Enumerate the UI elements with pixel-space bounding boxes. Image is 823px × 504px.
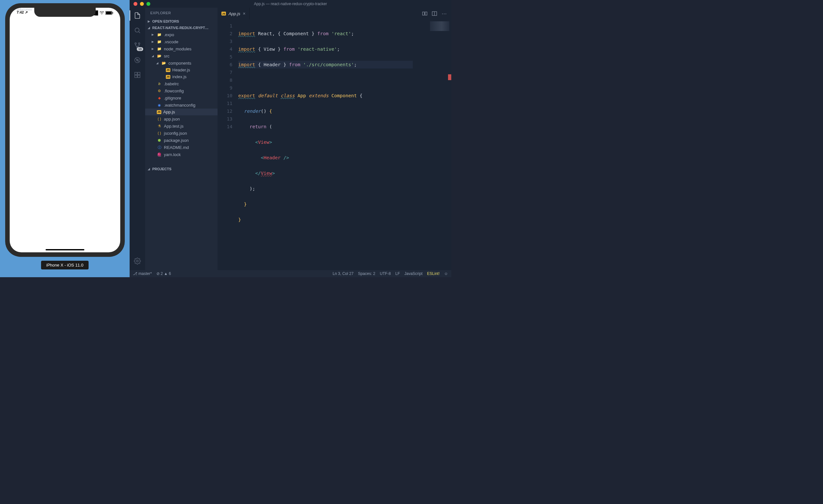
- wifi-icon: [100, 11, 104, 15]
- file-yarn-lock[interactable]: 🧶yarn.lock: [145, 151, 217, 158]
- folder-components[interactable]: ◢📂components: [145, 59, 217, 66]
- folder-node-modules[interactable]: ▶📁node_modules: [145, 45, 217, 52]
- folder-open-icon: 📂: [161, 60, 166, 65]
- split-editor-icon[interactable]: [432, 11, 437, 16]
- ios-simulator-panel: yptocurren 7:42 ↗ ▂▄▆█ iPhone X - iOS 11…: [0, 0, 130, 277]
- projects-section[interactable]: ◢ PROJECTS: [145, 166, 217, 172]
- caret-right-icon: ▶: [148, 20, 151, 23]
- compare-changes-icon[interactable]: [422, 11, 427, 16]
- line-numbers: 1 2 3 4 5 6 7 8 9 10 11 12 13 14: [217, 19, 237, 270]
- test-icon: ⚗: [157, 123, 162, 129]
- iphone-notch: [34, 8, 96, 17]
- file-readme-md[interactable]: ⓘREADME.md: [145, 144, 217, 151]
- tabs-bar: JS App.js × ⋯: [217, 8, 451, 19]
- open-editors-section[interactable]: ▶ OPEN EDITORS: [145, 18, 217, 25]
- settings-gear-icon[interactable]: [133, 257, 142, 266]
- file-app-json[interactable]: { }app.json: [145, 115, 217, 122]
- editor-area: JS App.js × ⋯ 1 2 3 4 5 6 7: [217, 8, 451, 270]
- yarn-icon: 🧶: [157, 152, 162, 157]
- simulator-device-label: iPhone X - iOS 11.0: [41, 261, 89, 269]
- file-app-js[interactable]: JSApp.js: [145, 108, 217, 115]
- activity-bar: 13: [130, 8, 145, 270]
- file-index-js[interactable]: JSindex.js: [145, 73, 217, 80]
- problems-indicator[interactable]: ⊘ 2 ▲ 6: [156, 271, 171, 276]
- extensions-icon[interactable]: [133, 70, 142, 79]
- eslint-status[interactable]: ESLint!: [427, 271, 440, 276]
- json-icon: { }: [157, 116, 162, 121]
- caret-right-icon: ▶: [152, 33, 155, 36]
- folder-src[interactable]: ◢📂src: [145, 52, 217, 59]
- encoding[interactable]: UTF-8: [380, 271, 391, 276]
- file-watchmanconfig[interactable]: ◉.watchmanconfig: [145, 101, 217, 108]
- js-file-icon: JS: [221, 12, 226, 15]
- svg-rect-14: [423, 12, 425, 15]
- project-section[interactable]: ◢ REACT-NATIVE-REDUX-CRYPT…: [145, 25, 217, 31]
- close-tab-icon[interactable]: ×: [243, 11, 245, 16]
- js-file-icon: JS: [166, 68, 170, 72]
- folder-vscode[interactable]: ▶📁.vscode: [145, 38, 217, 45]
- svg-point-5: [138, 43, 140, 44]
- feedback-icon[interactable]: ☺: [444, 271, 448, 276]
- source-control-icon[interactable]: 13: [133, 41, 142, 50]
- titlebar[interactable]: App.js — react-native-redux-crypto-track…: [130, 0, 451, 8]
- caret-right-icon: ▶: [152, 47, 155, 50]
- tab-app-js[interactable]: JS App.js ×: [217, 8, 250, 19]
- svg-rect-1: [106, 11, 112, 14]
- flow-icon: ⚙: [157, 88, 162, 93]
- svg-point-3: [135, 28, 139, 32]
- svg-point-13: [136, 260, 138, 262]
- babel-icon: b: [157, 81, 162, 86]
- file-package-json[interactable]: ⬢package.json: [145, 137, 217, 144]
- more-actions-icon[interactable]: ⋯: [442, 11, 447, 17]
- js-file-icon: JS: [166, 75, 170, 79]
- error-marker[interactable]: [448, 74, 451, 80]
- folder-icon: 📁: [157, 46, 162, 51]
- svg-rect-9: [135, 72, 137, 75]
- iphone-screen[interactable]: yptocurren 7:42 ↗ ▂▄▆█: [10, 8, 120, 252]
- git-branch[interactable]: ⎇ master*: [133, 271, 152, 276]
- close-window-button[interactable]: [134, 2, 137, 6]
- file-gitignore[interactable]: ◆.gitignore: [145, 94, 217, 101]
- file-header-js[interactable]: JSHeader.js: [145, 66, 217, 73]
- window-title: App.js — react-native-redux-crypto-track…: [254, 2, 327, 6]
- caret-down-icon: ◢: [148, 26, 151, 29]
- info-icon: ⓘ: [157, 145, 162, 150]
- folder-icon: 📁: [157, 32, 162, 37]
- statusbar: ⎇ master* ⊘ 2 ▲ 6 Ln 3, Col 27 Spaces: 2…: [130, 270, 451, 277]
- language-mode[interactable]: JavaScript: [404, 271, 423, 276]
- status-time: 7:42 ↗: [17, 10, 28, 15]
- caret-down-icon: ◢: [152, 54, 155, 57]
- svg-rect-10: [138, 72, 140, 75]
- editor-body[interactable]: 1 2 3 4 5 6 7 8 9 10 11 12 13 14 import …: [217, 19, 451, 270]
- npm-icon: ⬢: [157, 138, 162, 143]
- svg-rect-2: [113, 12, 113, 14]
- js-file-icon: JS: [157, 110, 161, 114]
- caret-right-icon: ▶: [152, 40, 155, 43]
- file-flowconfig[interactable]: ⚙.flowconfig: [145, 87, 217, 94]
- svg-rect-15: [425, 12, 427, 15]
- search-icon[interactable]: [133, 26, 142, 35]
- caret-down-icon: ◢: [156, 61, 159, 65]
- file-jsconfig-json[interactable]: { }jsconfig.json: [145, 130, 217, 137]
- vscode-window: App.js — react-native-redux-crypto-track…: [130, 0, 451, 277]
- code-content[interactable]: import React, { Component } from 'react'…: [237, 19, 413, 270]
- file-babelrc[interactable]: b.babelrc: [145, 80, 217, 87]
- svg-point-4: [135, 43, 136, 44]
- explorer-icon[interactable]: [133, 11, 142, 20]
- iphone-frame: yptocurren 7:42 ↗ ▂▄▆█: [5, 3, 125, 257]
- minimize-window-button[interactable]: [140, 2, 144, 6]
- minimap[interactable]: [430, 21, 449, 31]
- scm-badge: 13: [137, 47, 143, 51]
- home-indicator: [45, 249, 85, 250]
- maximize-window-button[interactable]: [146, 2, 150, 6]
- json-icon: { }: [157, 131, 162, 136]
- traffic-lights: [134, 2, 150, 6]
- indentation[interactable]: Spaces: 2: [358, 271, 375, 276]
- file-app-test-js[interactable]: ⚗App.test.js: [145, 122, 217, 130]
- debug-icon[interactable]: [133, 55, 142, 65]
- cursor-position[interactable]: Ln 3, Col 27: [333, 271, 354, 276]
- eol[interactable]: LF: [395, 271, 400, 276]
- sidebar-title: EXPLORER: [145, 8, 217, 18]
- svg-rect-11: [135, 75, 137, 77]
- folder-expo[interactable]: ▶📁.expo: [145, 31, 217, 38]
